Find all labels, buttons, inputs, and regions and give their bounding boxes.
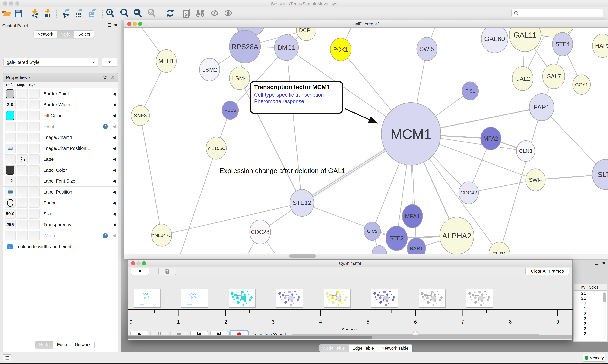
save-session-button[interactable] [13, 8, 24, 18]
tab-style[interactable]: Style [57, 30, 74, 38]
node-cdc42[interactable]: CDC42 [459, 182, 479, 204]
zoom-selected-button[interactable] [146, 8, 157, 18]
default-cell[interactable] [5, 89, 15, 99]
scrollbar-thumb[interactable] [603, 292, 606, 302]
table-cell[interactable]: 2 [574, 321, 607, 326]
node-ste2[interactable]: STE2 [386, 226, 407, 251]
mapping-cell[interactable] [17, 111, 28, 120]
mapping-cell[interactable]: ⋮› [17, 155, 28, 164]
node-ynl047c[interactable]: YNL047C [151, 224, 172, 246]
default-cell[interactable] [5, 231, 15, 240]
property-row-border-paint[interactable]: Border Paint◀ [3, 88, 118, 99]
network-window-titlebar[interactable]: galFiltered.sif [124, 20, 608, 28]
node-mfa2[interactable]: MFA2 [481, 127, 501, 150]
frame-thumbnail-2s[interactable] [229, 289, 256, 307]
cyanimator-titlebar[interactable]: CyAnimator [128, 260, 572, 267]
node-dcp1[interactable]: DCP1 [296, 28, 316, 41]
property-row-shape[interactable]: Shape◀ [3, 197, 118, 208]
node-mfa1[interactable]: MFA1 [402, 205, 423, 228]
property-row-image-chart-position-1[interactable]: Image/Chart Position 1◀ [3, 143, 118, 154]
default-cell[interactable] [5, 187, 15, 197]
node-lsm2[interactable]: LSM2 [199, 58, 220, 81]
bypass-cell[interactable] [29, 220, 40, 229]
bypass-cell[interactable] [29, 198, 40, 208]
clone-network-button[interactable] [182, 8, 193, 18]
node-alpha2[interactable]: ALPHA2 [440, 217, 474, 254]
scrollbar-thumb[interactable] [128, 336, 373, 339]
expand-row-arrow[interactable]: ◀ [109, 190, 118, 194]
float-panel-icon[interactable]: ❐ [108, 23, 111, 28]
export-table-button[interactable] [73, 8, 83, 18]
node-snf3[interactable]: SNF3 [131, 105, 150, 126]
default-cell[interactable] [5, 122, 15, 131]
tab-edge-table[interactable]: Edge Table [349, 345, 378, 352]
node-mth1[interactable]: MTH1 [156, 50, 176, 72]
table-cell[interactable]: 2 [574, 316, 607, 321]
node-pdc5[interactable]: PDC5 [222, 101, 238, 119]
expand-row-arrow[interactable]: ◀ [109, 103, 118, 107]
style-options-button[interactable]: ▼ [102, 58, 117, 67]
property-row-width[interactable]: Widthi◀ [3, 230, 118, 241]
bypass-cell[interactable] [29, 231, 40, 240]
expand-row-arrow[interactable]: ◀ [109, 222, 118, 227]
expand-row-arrow[interactable]: ◀ [109, 91, 118, 96]
default-cell[interactable]: 12 [5, 176, 15, 186]
find-button[interactable] [195, 8, 206, 18]
mapping-cell[interactable] [17, 143, 28, 153]
bypass-cell[interactable] [29, 155, 40, 164]
node-gcy1[interactable]: GCY1 [573, 75, 590, 94]
node-pis1[interactable]: PIS1 [462, 82, 479, 100]
scrollbar-thumb[interactable] [289, 254, 316, 258]
property-row-label-color[interactable]: Label Color◀ [3, 165, 118, 176]
mapping-cell[interactable] [17, 122, 28, 131]
default-cell[interactable] [5, 111, 15, 120]
tab-select[interactable]: Select [74, 30, 94, 38]
clear-all-frames-button[interactable]: Clear All Frames [525, 268, 569, 275]
node-lsm4[interactable]: LSM4 [229, 67, 250, 90]
bypass-cell[interactable] [29, 209, 40, 219]
node-ste4[interactable]: STE4 [553, 32, 573, 56]
style-selector-dropdown[interactable]: galFiltered Style ▼ [3, 58, 98, 67]
node-fus[interactable] [372, 246, 387, 254]
bypass-cell[interactable] [29, 165, 40, 175]
table-cell[interactable]: 26 [574, 291, 607, 296]
tab-network-table[interactable]: Network Table [378, 345, 413, 352]
import-table-button[interactable] [42, 8, 53, 18]
property-row-label-position[interactable]: Label Position◀ [3, 187, 118, 197]
bypass-cell[interactable] [29, 122, 40, 131]
frame-thumbnail-5s[interactable] [371, 289, 398, 307]
default-cell[interactable] [5, 198, 15, 208]
mapping-cell[interactable] [17, 89, 28, 99]
node-dmc1[interactable]: DMC1 [274, 35, 298, 61]
property-row-image-chart-1[interactable]: Image/Chart 1◀ [3, 132, 118, 143]
tab-network[interactable]: Network [34, 30, 57, 38]
node-ste12[interactable]: STE12 [290, 189, 314, 217]
network-horizontal-scrollbar[interactable] [124, 254, 608, 259]
node-gal2[interactable]: GAL2 [512, 66, 533, 91]
property-row-height[interactable]: Heighti◀ [3, 121, 118, 132]
node-far1[interactable]: FAR1 [529, 94, 554, 121]
default-cell[interactable] [5, 165, 15, 175]
export-image-button[interactable] [86, 8, 97, 18]
node-cln3[interactable]: CLN3 [516, 141, 535, 161]
mapping-cell[interactable] [17, 176, 28, 186]
export-network-button[interactable] [60, 8, 71, 18]
mapping-cell[interactable] [17, 187, 28, 197]
search-field[interactable] [511, 9, 603, 17]
mapping-cell[interactable] [17, 165, 28, 175]
property-row-fill-color[interactable]: Fill Color◀ [3, 110, 118, 121]
property-row-size[interactable]: 50.0Size◀ [3, 208, 118, 219]
expand-row-arrow[interactable]: ◀ [109, 146, 118, 151]
expand-row-arrow[interactable]: ◀ [109, 124, 118, 129]
tab-node[interactable]: Node [35, 341, 53, 349]
close-panel-icon[interactable]: ✖ [602, 261, 605, 265]
float-panel-icon[interactable]: ❐ [595, 261, 598, 265]
frame-thumbnail-7s[interactable] [466, 289, 493, 307]
default-cell[interactable] [5, 133, 15, 142]
expand-row-arrow[interactable]: ◀ [109, 179, 118, 183]
zoom-out-button[interactable] [119, 8, 129, 18]
table-cell[interactable]: 2 [574, 311, 607, 316]
tab-network[interactable]: Network [71, 341, 94, 349]
node-mcm1[interactable]: MCM1 [381, 103, 441, 165]
frame-thumbnail-3s[interactable] [276, 289, 303, 307]
